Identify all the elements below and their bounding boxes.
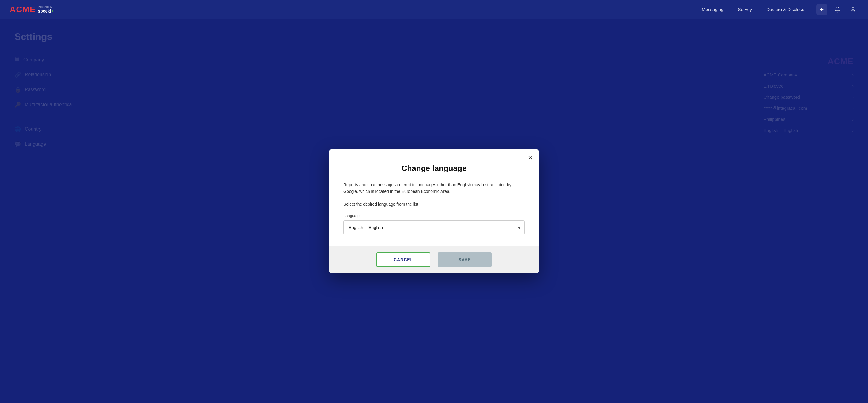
navbar: ACME Powered by speeki+ Messaging Survey… (0, 0, 868, 19)
main-content: Settings 🏛 Company 🔗 Relationship 🔒 Pass… (0, 19, 868, 403)
modal-description-1: Reports and chat messages entered in lan… (343, 181, 525, 195)
nav-actions: + (816, 4, 858, 15)
powered-by-text: Powered by (38, 5, 54, 9)
add-button[interactable]: + (816, 4, 827, 15)
svg-point-0 (852, 7, 854, 9)
cancel-button[interactable]: CANCEL (376, 253, 430, 267)
modal-body: Change language Reports and chat message… (329, 149, 539, 246)
nav-declare[interactable]: Declare & Disclose (766, 7, 804, 12)
modal-title: Change language (343, 164, 525, 173)
modal-close-button[interactable]: ✕ (528, 155, 533, 161)
acme-logo: ACME (10, 5, 35, 14)
nav-survey[interactable]: Survey (738, 7, 752, 12)
nav-messaging[interactable]: Messaging (702, 7, 724, 12)
language-select[interactable]: English – English French – Français Span… (343, 221, 525, 234)
language-field-label: Language (343, 213, 525, 218)
bell-icon (834, 7, 840, 12)
user-icon (850, 7, 856, 12)
save-button[interactable]: SAVE (438, 253, 492, 267)
modal-description-2: Select the desired language from the lis… (343, 201, 525, 207)
modal-footer: CANCEL SAVE (329, 246, 539, 273)
notifications-button[interactable] (832, 4, 843, 15)
powered-by-area: Powered by speeki+ (38, 5, 54, 14)
change-language-modal: ✕ Change language Reports and chat messa… (329, 149, 539, 273)
modal-overlay[interactable]: ✕ Change language Reports and chat messa… (0, 19, 868, 403)
logo-area: ACME Powered by speeki+ (10, 5, 54, 14)
nav-links: Messaging Survey Declare & Disclose (702, 7, 804, 12)
language-select-wrapper: English – English French – Français Span… (343, 221, 525, 234)
speeki-logo: speeki+ (38, 9, 54, 14)
user-profile-button[interactable] (847, 4, 858, 15)
